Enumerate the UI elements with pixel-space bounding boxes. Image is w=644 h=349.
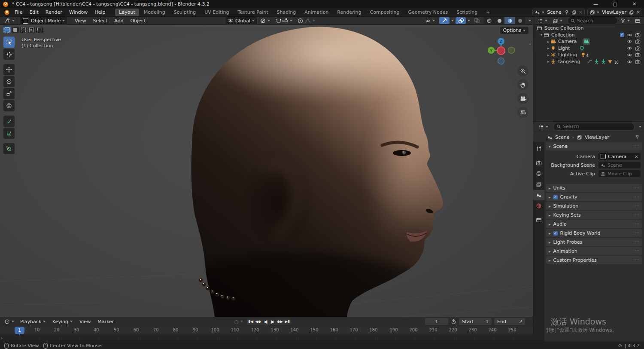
tangseng-label[interactable]: tangseng bbox=[558, 59, 580, 64]
stopwatch-icon[interactable] bbox=[451, 319, 456, 325]
chevron-down-icon[interactable] bbox=[542, 12, 544, 13]
background-scene-field[interactable]: Scene bbox=[598, 162, 641, 168]
tab-uv-editing[interactable]: UV Editing bbox=[200, 9, 233, 16]
shading-wireframe-button[interactable] bbox=[484, 17, 494, 24]
menu-playback[interactable]: Playback bbox=[17, 318, 49, 325]
panel-keying-sets[interactable]: ▸Keying Sets:::: bbox=[546, 211, 642, 219]
gravity-checkbox[interactable]: ✓ bbox=[553, 195, 558, 199]
tab-output[interactable] bbox=[533, 168, 544, 179]
start-frame-field[interactable]: Start1 bbox=[459, 318, 492, 325]
current-frame-field[interactable]: 1 bbox=[425, 318, 448, 325]
tab-collection[interactable] bbox=[533, 215, 544, 225]
properties-editor-type[interactable] bbox=[536, 123, 551, 130]
chevron-down-icon[interactable] bbox=[597, 12, 599, 13]
panel-audio[interactable]: ▸Audio:::: bbox=[546, 220, 642, 228]
shading-material-button[interactable] bbox=[504, 17, 515, 24]
tool-select-box[interactable] bbox=[3, 37, 15, 48]
scene-collection-label[interactable]: Scene Collection bbox=[544, 25, 583, 31]
timeline-tracks[interactable]: › bbox=[0, 335, 533, 342]
show-gizmo-toggle[interactable] bbox=[439, 17, 450, 24]
outliner-search[interactable] bbox=[568, 17, 618, 24]
menu-help[interactable]: Help bbox=[91, 9, 109, 16]
hide-eye-icon[interactable] bbox=[627, 32, 632, 38]
pin-icon[interactable] bbox=[635, 135, 640, 140]
hide-eye-icon[interactable] bbox=[627, 52, 632, 58]
clear-camera-icon[interactable]: × bbox=[635, 154, 638, 159]
xray-toggle[interactable] bbox=[472, 17, 482, 24]
tool-measure[interactable] bbox=[3, 128, 15, 139]
tab-render[interactable] bbox=[533, 158, 544, 168]
tool-transform[interactable] bbox=[3, 100, 15, 111]
next-keyframe-button[interactable]: ◆▶ bbox=[276, 318, 284, 325]
menu-select[interactable]: Select bbox=[89, 17, 111, 24]
lighting-children-badge[interactable]: 4 bbox=[580, 52, 588, 58]
proportional-editing-toggle[interactable] bbox=[295, 17, 318, 24]
light-label[interactable]: Light bbox=[558, 46, 570, 51]
viewlayer-name[interactable]: ViewLayer bbox=[602, 9, 626, 15]
select-mode-invert[interactable] bbox=[28, 27, 35, 33]
copy-viewlayer-icon[interactable] bbox=[629, 10, 634, 15]
hide-eye-icon[interactable] bbox=[627, 46, 632, 51]
panel-animation[interactable]: ▸Animation:::: bbox=[546, 247, 642, 255]
viewport-3d[interactable]: User Perspective (1) Collection Options … bbox=[0, 25, 533, 317]
tab-tool[interactable] bbox=[533, 144, 544, 154]
select-mode-extend[interactable] bbox=[12, 27, 19, 33]
rendered-head-model[interactable] bbox=[0, 25, 533, 317]
outliner-row-collection[interactable]: ▾ Collection ✓ bbox=[533, 32, 644, 39]
minimize-button[interactable]: — bbox=[586, 0, 605, 8]
play-button[interactable]: ▶ bbox=[269, 318, 276, 325]
region-collapse-arrow[interactable]: ‹ bbox=[529, 41, 531, 47]
add-workspace-button[interactable]: + bbox=[482, 9, 494, 16]
perspective-toggle-button[interactable] bbox=[517, 107, 529, 118]
tab-geometry-nodes[interactable]: Geometry Nodes bbox=[404, 9, 452, 16]
select-mode-subtract[interactable] bbox=[20, 27, 27, 33]
previous-keyframe-button[interactable]: ◀◆ bbox=[255, 318, 262, 325]
tab-scripting[interactable]: Scripting bbox=[453, 9, 481, 16]
menu-view[interactable]: View bbox=[76, 318, 94, 325]
new-collection-button[interactable] bbox=[632, 17, 644, 24]
menu-view[interactable]: View bbox=[71, 17, 89, 24]
expand-arrow-icon[interactable]: ▸ bbox=[546, 46, 550, 50]
panel-light-probes[interactable]: ▸Light Probes:::: bbox=[546, 238, 642, 246]
jump-to-end-button[interactable]: ▶▮ bbox=[284, 318, 291, 325]
expand-arrow-icon[interactable]: ▸ bbox=[546, 59, 550, 64]
menu-edit[interactable]: Edit bbox=[26, 9, 42, 16]
zoom-button[interactable] bbox=[517, 65, 529, 77]
outliner-row-lighting[interactable]: ▸ Lighting 4 bbox=[533, 52, 644, 58]
shading-rendered-button[interactable] bbox=[515, 17, 525, 24]
camera-field[interactable]: Camera × bbox=[598, 153, 641, 160]
tab-sculpting[interactable]: Sculpting bbox=[170, 9, 200, 16]
expand-arrow-icon[interactable]: ▸ bbox=[546, 53, 550, 57]
breadcrumb-viewlayer[interactable]: ViewLayer bbox=[585, 135, 609, 140]
play-reverse-button[interactable]: ◀ bbox=[262, 318, 269, 325]
mode-dropdown[interactable]: Object Mode bbox=[20, 17, 68, 24]
scene-name[interactable]: Scene bbox=[547, 9, 562, 15]
camera-field-value[interactable]: Camera bbox=[608, 154, 626, 159]
render-camera-icon[interactable] bbox=[635, 46, 641, 51]
menu-object[interactable]: Object bbox=[127, 17, 149, 24]
menu-file[interactable]: File bbox=[11, 9, 26, 16]
tab-view-layer[interactable] bbox=[533, 179, 544, 190]
select-mode-intersect[interactable] bbox=[36, 27, 43, 33]
auto-key-record-button[interactable]: ○ bbox=[234, 319, 239, 325]
gizmo-axis-z-neg[interactable] bbox=[498, 58, 504, 64]
outliner-search-input[interactable] bbox=[577, 18, 615, 24]
show-object-types-dropdown[interactable] bbox=[422, 17, 437, 24]
shading-solid-button[interactable] bbox=[494, 17, 504, 24]
hide-eye-icon[interactable] bbox=[627, 59, 632, 64]
snap-toggle[interactable] bbox=[273, 17, 295, 24]
tool-scale[interactable] bbox=[3, 88, 15, 99]
outliner-row-light[interactable]: ▸ Light bbox=[533, 45, 644, 52]
panel-simulation[interactable]: ▸Simulation:::: bbox=[546, 202, 642, 210]
panel-units[interactable]: ▸Units:::: bbox=[546, 184, 642, 192]
tool-move[interactable] bbox=[3, 64, 15, 75]
menu-window[interactable]: Window bbox=[66, 9, 91, 16]
camera-label[interactable]: Camera bbox=[558, 39, 577, 44]
camera-view-button[interactable] bbox=[517, 93, 529, 104]
end-frame-field[interactable]: End2 bbox=[494, 318, 525, 325]
pan-button[interactable] bbox=[517, 79, 529, 90]
tab-layout[interactable]: Layout bbox=[115, 9, 139, 16]
tab-compositing[interactable]: Compositing bbox=[366, 9, 404, 16]
collapse-arrow-icon[interactable]: ▾ bbox=[539, 33, 544, 37]
panel-grip[interactable]: :::: bbox=[633, 144, 640, 148]
